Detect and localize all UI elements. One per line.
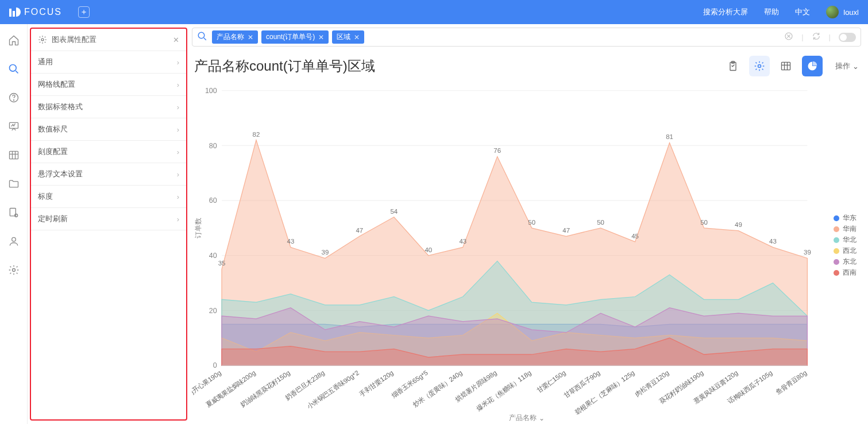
config-item-5[interactable]: 悬浮文本设置› <box>31 163 186 186</box>
nav-data-config[interactable] <box>5 203 23 222</box>
chevron-down-icon: ⌄ <box>539 414 545 422</box>
svg-text:47: 47 <box>562 227 570 234</box>
svg-text:43: 43 <box>459 238 466 245</box>
legend-item-1[interactable]: 华南 <box>834 224 857 234</box>
chart-container: 020406080100订单数3582433947544043765047504… <box>192 80 861 424</box>
svg-text:54: 54 <box>390 208 398 215</box>
svg-text:50: 50 <box>528 219 535 226</box>
chip-2[interactable]: 区域✕ <box>332 30 364 44</box>
svg-text:100: 100 <box>205 87 217 95</box>
nav-folder[interactable] <box>5 175 23 193</box>
svg-text:0: 0 <box>213 361 217 369</box>
search-icon[interactable] <box>197 31 207 43</box>
svg-text:60: 60 <box>209 196 217 205</box>
svg-text:手剥甘栗120g: 手剥甘栗120g <box>358 369 395 398</box>
svg-text:50: 50 <box>597 219 604 226</box>
top-right-nav: 搜索分析大屏 帮助 中文 louxl <box>703 6 859 18</box>
table-view-button[interactable] <box>776 56 796 76</box>
svg-text:订单数: 订单数 <box>194 218 202 238</box>
chevron-right-icon: › <box>177 58 179 67</box>
legend-item-0[interactable]: 华东 <box>834 213 857 223</box>
svg-rect-4 <box>9 151 18 159</box>
nav-user[interactable] <box>5 232 23 250</box>
clipboard-button[interactable] <box>723 56 743 76</box>
nav-dashboard[interactable]: 搜索分析大屏 <box>703 7 748 17</box>
svg-point-14 <box>758 65 761 68</box>
close-icon[interactable]: ✕ <box>173 36 179 44</box>
svg-text:39: 39 <box>804 249 811 256</box>
svg-point-7 <box>11 237 16 241</box>
svg-point-8 <box>12 269 15 272</box>
operations-menu[interactable]: 操作⌄ <box>835 61 859 71</box>
nav-help[interactable]: 帮助 <box>764 7 779 17</box>
svg-text:76: 76 <box>493 147 501 154</box>
close-icon[interactable]: ✕ <box>248 33 253 41</box>
nav-question[interactable] <box>5 88 23 107</box>
svg-text:39: 39 <box>322 249 329 256</box>
config-panel: 图表属性配置 ✕ 通用›网格线配置›数据标签格式›数值标尺›刻度配置›悬浮文本设… <box>30 28 187 421</box>
svg-text:80: 80 <box>209 142 217 150</box>
svg-text:鱼骨青豆80g: 鱼骨青豆80g <box>774 369 808 396</box>
chip-1[interactable]: count(订单单号)✕ <box>261 30 329 44</box>
close-icon[interactable]: ✕ <box>354 33 360 41</box>
config-item-6[interactable]: 标度› <box>31 186 186 208</box>
nav-settings[interactable] <box>5 261 23 279</box>
settings-button[interactable] <box>749 56 770 76</box>
chevron-right-icon: › <box>177 148 179 156</box>
chevron-right-icon: › <box>177 192 179 201</box>
svg-text:45: 45 <box>631 233 639 240</box>
svg-text:81: 81 <box>666 133 673 140</box>
svg-text:49: 49 <box>735 221 742 228</box>
svg-text:50: 50 <box>700 219 708 226</box>
main-area: 产品名称✕count(订单单号)✕区域✕ | | 产品名称count(订单单号)… <box>190 24 868 424</box>
chart-legend: 华东华南华北西北东北西南 <box>834 212 857 279</box>
config-item-3[interactable]: 数值标尺› <box>31 118 186 141</box>
nav-presentation[interactable] <box>5 117 23 136</box>
svg-text:43: 43 <box>769 238 777 245</box>
user-name: louxl <box>843 8 859 17</box>
nav-lang[interactable]: 中文 <box>795 7 810 17</box>
user-menu[interactable]: louxl <box>826 6 859 18</box>
config-item-0[interactable]: 通用› <box>31 51 186 74</box>
svg-text:爆米花（焦糖味）118g: 爆米花（焦糖味）118g <box>475 369 533 413</box>
svg-text:40: 40 <box>425 246 432 253</box>
svg-text:20: 20 <box>209 307 217 315</box>
side-nav <box>0 24 28 424</box>
chip-0[interactable]: 产品名称✕ <box>212 30 258 44</box>
legend-swatch <box>834 259 839 265</box>
chevron-right-icon: › <box>177 103 179 111</box>
legend-swatch <box>834 248 839 254</box>
nav-table[interactable] <box>5 146 23 164</box>
config-item-2[interactable]: 数据标签格式› <box>31 96 186 118</box>
svg-point-0 <box>9 65 16 72</box>
legend-item-2[interactable]: 华北 <box>834 235 857 245</box>
clear-icon[interactable] <box>784 32 793 43</box>
svg-text:肉松青豆120g: 肉松青豆120g <box>634 369 670 398</box>
svg-text:甘栗仁150g: 甘栗仁150g <box>535 369 567 394</box>
config-item-1[interactable]: 网格线配置› <box>31 74 186 96</box>
area-chart[interactable]: 020406080100订单数3582433947544043765047504… <box>192 80 861 424</box>
svg-point-9 <box>41 38 44 41</box>
nav-home[interactable] <box>5 31 23 49</box>
refresh-icon[interactable] <box>812 32 821 43</box>
svg-rect-15 <box>782 62 790 70</box>
svg-text:43: 43 <box>287 238 295 245</box>
chevron-right-icon: › <box>177 170 179 179</box>
top-bar: FOCUS ＋ 搜索分析大屏 帮助 中文 louxl <box>0 0 868 24</box>
config-header: 图表属性配置 ✕ <box>31 29 186 51</box>
legend-item-4[interactable]: 东北 <box>834 257 857 267</box>
chart-type-button[interactable] <box>802 56 823 76</box>
svg-text:碧根果仁（芝麻味）125g: 碧根果仁（芝麻味）125g <box>573 369 636 416</box>
legend-item-5[interactable]: 西南 <box>834 268 857 277</box>
live-toggle[interactable] <box>839 33 856 42</box>
config-item-4[interactable]: 刻度配置› <box>31 141 186 163</box>
nav-search[interactable] <box>5 60 23 78</box>
title-row: 产品名称count(订单单号)区域 操作⌄ <box>194 56 859 76</box>
logo-icon <box>9 7 21 17</box>
close-icon[interactable]: ✕ <box>318 33 324 41</box>
add-button[interactable]: ＋ <box>78 6 90 18</box>
x-axis-title[interactable]: 产品名称 ⌄ <box>509 413 545 423</box>
svg-text:47: 47 <box>356 227 363 234</box>
legend-item-3[interactable]: 西北 <box>834 246 857 256</box>
config-item-7[interactable]: 定时刷新› <box>31 208 186 230</box>
